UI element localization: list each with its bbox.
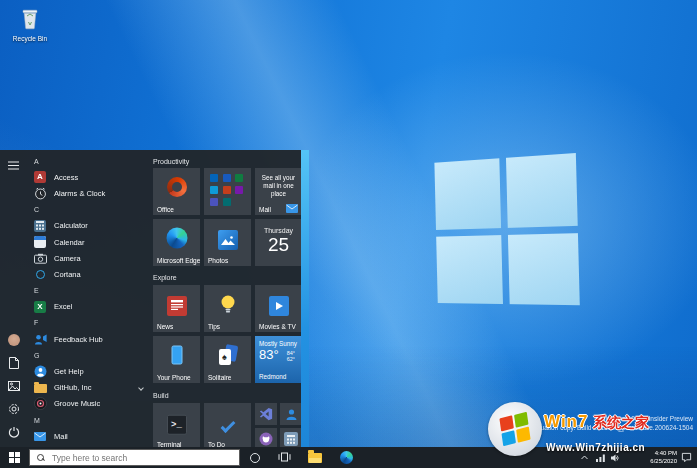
tile-terminal[interactable]: >_Terminal	[153, 403, 200, 447]
app-item-label: Mail	[54, 432, 68, 441]
to-do-icon	[221, 427, 235, 429]
tile-weather[interactable]: Mostly Sunny83°84°62°Redmond	[255, 336, 301, 383]
user-icon	[8, 334, 20, 346]
app-item-label: Cortana	[54, 270, 81, 279]
tile-dev-profile[interactable]	[280, 403, 301, 425]
tile-photos[interactable]: Photos	[204, 219, 251, 266]
volume-icon[interactable]	[611, 447, 621, 468]
power-icon	[8, 426, 20, 438]
tile-tips[interactable]: Tips	[204, 285, 251, 332]
tile-office-apps[interactable]	[204, 168, 251, 215]
tile-to-do[interactable]: To Do	[204, 403, 251, 447]
weather-condition: Mostly Sunny	[259, 340, 301, 347]
tiles-panel: ProductivityOfficeSee all your mail in o…	[149, 150, 301, 447]
edge-button[interactable]	[334, 447, 358, 468]
file-explorer-button[interactable]	[303, 447, 327, 468]
get-help-icon	[33, 365, 47, 379]
tile-github-desktop[interactable]	[255, 428, 277, 447]
folder-icon	[33, 381, 47, 395]
recycle-bin-glyph	[19, 6, 41, 34]
action-center-icon	[681, 449, 692, 467]
user-button[interactable]	[4, 330, 24, 350]
tray-expand-button[interactable]	[580, 447, 589, 468]
task-view-icon	[278, 449, 291, 467]
tile-calculator-alt[interactable]	[280, 428, 301, 447]
tile-visual-studio[interactable]	[255, 403, 277, 425]
calendar-day: Thursday	[255, 227, 301, 234]
evaluation-watermark: Windows 10 Pro Insider Preview Evaluatio…	[528, 414, 693, 432]
tile-label: Tips	[208, 323, 220, 330]
calendar-icon	[33, 235, 47, 249]
excel-icon: X	[33, 300, 47, 314]
tile-group-header-build[interactable]: Build	[153, 392, 169, 399]
app-item-access[interactable]: AAccess	[27, 169, 149, 185]
edge-icon	[166, 227, 187, 248]
taskbar-clock[interactable]: 4:40 PM 6/25/2020	[650, 450, 677, 465]
tile-movies-tv[interactable]: Movies & TV	[255, 285, 301, 332]
network-icon[interactable]	[596, 447, 605, 468]
menu-icon	[8, 161, 19, 170]
clock-date: 6/25/2020	[650, 458, 677, 466]
solitaire-icon: ♠	[219, 345, 237, 365]
tile-group-header-explore[interactable]: Explore	[153, 274, 177, 281]
app-item-alarms-clock[interactable]: Alarms & Clock	[27, 185, 149, 201]
app-item-get-help[interactable]: Get Help	[27, 363, 149, 379]
screen: Recycle Bin AAAccessAlarms & ClockCCalcu…	[0, 0, 697, 468]
windows-start-icon	[9, 452, 20, 463]
app-item-label: Calculator	[54, 221, 88, 230]
settings-button[interactable]	[4, 399, 24, 419]
weather-city: Redmond	[259, 373, 286, 380]
search-box	[29, 449, 240, 466]
app-item-mail[interactable]: Mail	[27, 428, 149, 444]
tile-label: Office	[157, 206, 174, 213]
your-phone-icon	[171, 345, 182, 364]
app-item-excel[interactable]: XExcel	[27, 299, 149, 315]
start-button[interactable]	[0, 447, 28, 468]
tile-solitaire[interactable]: ♠Solitaire	[204, 336, 251, 383]
app-section-f[interactable]: F	[27, 315, 149, 331]
documents-button[interactable]	[4, 353, 24, 373]
app-item-calculator[interactable]: Calculator	[27, 218, 149, 234]
app-item-label: Alarms & Clock	[54, 189, 105, 198]
app-section-a[interactable]: A	[27, 153, 149, 169]
app-section-c[interactable]: C	[27, 202, 149, 218]
app-item-groove-music[interactable]: Groove Music	[27, 396, 149, 412]
mail-icon	[286, 204, 298, 213]
app-section-g[interactable]: G	[27, 347, 149, 363]
power-button[interactable]	[4, 422, 24, 442]
expand-menu-button[interactable]	[4, 155, 24, 175]
pictures-button[interactable]	[4, 376, 24, 396]
app-item-calendar[interactable]: Calendar	[27, 234, 149, 250]
app-item-camera[interactable]: Camera	[27, 250, 149, 266]
calculator-alt-icon	[284, 432, 298, 446]
recycle-bin-label: Recycle Bin	[6, 35, 54, 42]
tile-microsoft-edge[interactable]: Microsoft Edge	[153, 219, 200, 266]
tile-label: Your Phone	[157, 374, 191, 381]
tile-news[interactable]: News	[153, 285, 200, 332]
recycle-bin-icon[interactable]: Recycle Bin	[6, 6, 54, 42]
tile-label: Microsoft Edge	[157, 257, 200, 264]
search-input[interactable]	[30, 450, 239, 465]
action-center-button[interactable]	[676, 447, 696, 468]
app-item-feedback-hub[interactable]: Feedback Hub	[27, 331, 149, 347]
cortana-icon	[250, 453, 260, 463]
task-view-button[interactable]	[272, 447, 296, 468]
camera-icon	[33, 251, 47, 265]
tile-your-phone[interactable]: Your Phone	[153, 336, 200, 383]
mail-icon	[33, 429, 47, 443]
light-beam	[301, 150, 309, 447]
app-section-m[interactable]: M	[27, 412, 149, 428]
weather-temp: 83°	[259, 348, 279, 362]
app-section-e[interactable]: E	[27, 283, 149, 299]
app-item-cortana[interactable]: Cortana	[27, 266, 149, 282]
tile-office[interactable]: Office	[153, 168, 200, 215]
tile-group-header-productivity[interactable]: Productivity	[153, 158, 189, 165]
small-tile-group	[255, 403, 301, 447]
tile-calendar[interactable]: Thursday25	[255, 219, 301, 266]
app-item-github-inc[interactable]: GitHub, Inc	[27, 380, 149, 396]
tile-mail[interactable]: See all your mail in one placeMail	[255, 168, 301, 215]
tile-label: News	[157, 323, 173, 330]
movies-tv-icon	[269, 296, 289, 316]
cortana-button[interactable]	[243, 447, 267, 468]
app-item-label: Get Help	[54, 367, 84, 376]
